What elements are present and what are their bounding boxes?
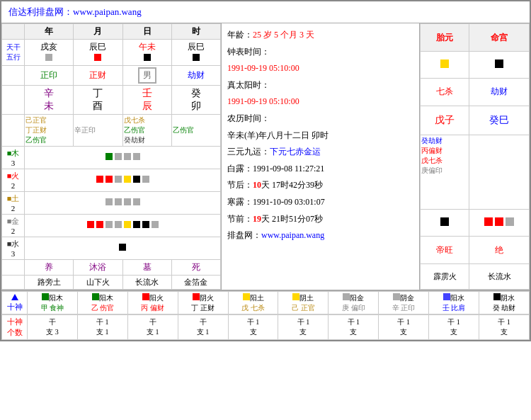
type-label: [2, 66, 25, 86]
minggong-nayin: 长流水: [469, 264, 530, 290]
shen-7: 阳金庚 偏印: [329, 292, 379, 314]
taiyuan-gz: 戊子: [421, 106, 469, 135]
taiyuan-type: 七杀: [421, 78, 469, 106]
mu-label: ■木3: [2, 147, 25, 169]
huo-label: ■火2: [2, 169, 25, 192]
hidden-hour: 乙伤官: [171, 115, 220, 147]
count-10: 干 1支: [479, 315, 530, 340]
col-month: 月: [74, 24, 122, 40]
shishen-label: 十神: [2, 292, 28, 314]
shen-2: 阳木乙 伤官: [77, 292, 127, 314]
right-panel: 胎元 命宫 七杀 劫财 戊子: [420, 23, 530, 290]
taiyuan-hidden: 癸劫财 丙偏财 戊七杀 庚偏印: [421, 135, 469, 210]
jieqian-row: 节前：19天 21时51分07秒: [227, 212, 413, 227]
age-row: 年龄：25 岁 5 个月 3 天: [227, 28, 413, 43]
shen-9: 阳水壬 比肩: [429, 292, 479, 314]
lunar-row: 农历时间：: [227, 111, 413, 127]
minggong-sheng-label: 绝: [469, 236, 530, 263]
bottom-section: 十神 阳木甲 食神 阳木乙 伤官 阳火丙 偏财 阴火丁 正财 阳土戊 七杀: [1, 290, 530, 340]
type-day: 男: [122, 66, 171, 86]
taiyuan-sq: [421, 52, 469, 79]
shen-3: 阳火丙 偏财: [127, 292, 178, 314]
nayin-month: 山下火: [74, 276, 122, 290]
hanlu-label: 寒露：: [227, 197, 253, 207]
count-8: 干 1支: [379, 315, 429, 340]
site-name: 信达利排盘网：: [8, 6, 73, 17]
jiehou-label: 节后：: [227, 180, 253, 190]
dz-month: 丁 酉: [74, 86, 122, 115]
tg-year: 戌亥: [25, 40, 74, 66]
taiyuan-header: 胎元: [421, 24, 469, 52]
clock-label: 钟表时间：: [227, 47, 270, 57]
dz-year: 辛 未: [25, 86, 74, 115]
paipan-row: 排盘网：www.paipan.wang: [227, 228, 413, 244]
clock-time-row: 1991-09-19 05:10:00: [227, 61, 413, 76]
sun-label: 真太阳时：: [227, 80, 270, 90]
col-day: 日: [122, 24, 171, 40]
count-7: 干 1支: [329, 315, 379, 340]
count-9: 干 1支: [429, 315, 479, 340]
dz-hour: 癸 卯: [171, 86, 220, 115]
shen-5: 阳土戊 七杀: [228, 292, 278, 314]
shen-8: 阴金辛 正印: [379, 292, 429, 314]
mu-squares: [25, 147, 221, 169]
main-container: 信达利排盘网：www.paipan.wang 年 月 日 时 天干五行 戌亥: [0, 0, 531, 341]
hanlu-value: 1991-10-09 03:01:07: [253, 197, 325, 207]
col-hour: 时: [171, 24, 220, 40]
sheng-label: [2, 260, 25, 276]
site-url: www.paipan.wang: [73, 6, 142, 17]
header: 信达利排盘网：www.paipan.wang: [1, 1, 530, 23]
jin-squares: [25, 215, 221, 237]
minggong-sq: [469, 52, 530, 79]
tg-month: 辰巳: [74, 40, 122, 66]
shen-4: 阴火丁 正财: [178, 292, 228, 314]
minggong-squares: [469, 210, 530, 237]
jiehou-row: 节后：10天 17时42分39秒: [227, 178, 413, 193]
shen-10: 阴水癸 劫财: [479, 292, 530, 314]
count-4: 干支 1: [178, 315, 228, 340]
lunar-value-row: 辛未(羊)年八月十二日 卯时: [227, 128, 413, 144]
shui-label: ■水3: [2, 237, 25, 260]
jieqian-value: 天 21时51分07秒: [261, 214, 323, 224]
hanlu-row: 寒露：1991-10-09 03:01:07: [227, 195, 413, 210]
bailu-label: 白露：: [227, 164, 253, 174]
count-2: 干 1支 1: [77, 315, 127, 340]
tiangan-label: 天干五行: [2, 40, 25, 66]
dz-day: 壬 辰: [122, 86, 171, 115]
clock-row: 钟表时间：: [227, 45, 413, 60]
dizhi-label: [2, 86, 25, 115]
sanyuan-label: 三元九运：: [227, 147, 270, 157]
type-hour: 劫财: [171, 66, 220, 86]
sheng-month: 沐浴: [74, 260, 122, 276]
count-3: 干支 1: [127, 315, 178, 340]
jieqian-label: 节前：: [227, 214, 253, 224]
hidden-month: 辛正印: [74, 115, 122, 147]
sheng-hour: 死: [171, 260, 220, 276]
paipan-label: 排盘网：: [227, 230, 261, 240]
jin-label: ■金2: [2, 215, 25, 237]
tg-hour: 辰巳: [171, 40, 220, 66]
jiehou-num: 10: [253, 180, 261, 190]
bailu-value: 1991-09-08 11:27:21: [253, 164, 324, 174]
bailu-row: 白露：1991-09-08 11:27:21: [227, 161, 413, 177]
count-1: 干支 3: [28, 315, 78, 340]
clock-time: 1991-09-19 05:10:00: [227, 63, 299, 73]
paipan-url: www.paipan.wang: [261, 230, 324, 240]
bazi-section: 年 月 日 时 天干五行 戌亥 辰巳: [1, 23, 222, 290]
lunar-value: 辛未(羊)年八月十二日 卯时: [227, 130, 329, 140]
sun-time-row: 1991-09-19 05:10:00: [227, 94, 413, 110]
sheng-day: 墓: [122, 260, 171, 276]
nayin-year: 路旁土: [25, 276, 74, 290]
col-year: 年: [25, 24, 74, 40]
tu-label: ■土2: [2, 192, 25, 215]
tg-day: 午未: [122, 40, 171, 66]
age-value: 25 岁 5 个月 3 天: [253, 30, 314, 40]
nayin-hour: 金箔金: [171, 276, 220, 290]
jieqian-num: 19: [253, 214, 261, 224]
count-5: 干 1支: [228, 315, 278, 340]
empty-header: [2, 24, 25, 40]
jiehou-value: 天 17时42分39秒: [261, 180, 323, 190]
sheng-year: 养: [25, 260, 74, 276]
minggong-header: 命宫: [469, 24, 530, 52]
taiyuan-sheng-label: 帝旺: [421, 236, 469, 263]
